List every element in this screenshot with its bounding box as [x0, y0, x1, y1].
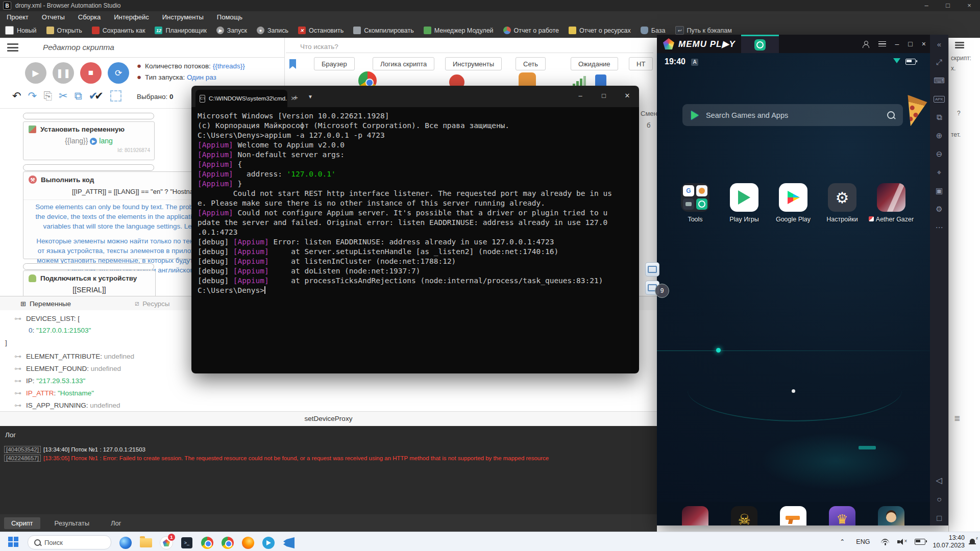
toolbar-stop-button[interactable]: ✕Остановить [298, 27, 344, 34]
redo-icon[interactable]: ↷ [28, 90, 37, 102]
shared-folder-icon[interactable]: ▣ [930, 182, 948, 200]
toolbar-open-button[interactable]: Открыть [46, 27, 82, 34]
variable-row[interactable]: 0: "127.0.0.1:21503" [29, 327, 91, 334]
new-tab-button[interactable]: + [293, 93, 298, 102]
hamburger-icon[interactable] [955, 42, 964, 48]
pause-button[interactable]: ❚❚ [53, 62, 74, 84]
tab-script[interactable]: Скрипт [4, 517, 40, 529]
taskbar-search[interactable]: Поиск [28, 535, 111, 549]
terminal-minimize-button[interactable]: – [569, 86, 592, 107]
terminal-close-button[interactable]: ✕ [616, 86, 639, 107]
run-type-setting[interactable]: ●Тип запуска: Один раз [137, 71, 245, 83]
restart-button[interactable]: ⟳ [108, 62, 129, 84]
toolbar-run-button[interactable]: ▶Запуск [216, 27, 247, 34]
terminal-titlebar[interactable]: C:\ C:\WINDOWS\system32\cmd. ✕ + ▼ – □ ✕ [191, 86, 639, 107]
copy-icon[interactable]: ⎘ [43, 90, 52, 102]
variable-row[interactable]: ⊶DEVICES_LIST: [ [14, 314, 80, 322]
dock-brawl-stars[interactable]: ☠ Brawl Stars [720, 506, 769, 525]
variable-row[interactable]: ⊶ELEMENT_FOUND: undefined [14, 364, 121, 372]
location-icon[interactable]: ⌖ [930, 163, 948, 182]
multi-instance-icon[interactable]: ⧉ [930, 108, 948, 127]
set-device-proxy-bar[interactable]: setDeviceProxy [0, 411, 657, 427]
list-icon[interactable]: ≣ [954, 414, 980, 423]
keyboard-icon[interactable]: ⌨ [930, 71, 948, 90]
home-button[interactable]: ○ [937, 490, 942, 509]
tab-log[interactable]: Лог [104, 517, 129, 529]
thread-connector[interactable] [23, 263, 154, 270]
floating-widget-icon[interactable] [645, 262, 659, 277]
android-screen[interactable]: 19:40 A Search Games and Apps G Tools [657, 53, 930, 525]
terminal-maximize-button[interactable]: □ [592, 86, 616, 107]
terminal-output[interactable]: Microsoft Windows [Version 10.0.22621.19… [191, 107, 639, 373]
install-apk-icon[interactable]: APK [930, 90, 948, 108]
bas-close-button[interactable]: × [959, 0, 980, 11]
toolbar-new-button[interactable]: Новый [5, 26, 37, 35]
memu-instance-tab[interactable] [741, 35, 779, 53]
menu-build[interactable]: Сборка [71, 11, 108, 23]
taskbar-chrome-icon-2[interactable] [220, 536, 235, 550]
tab-browser[interactable]: Браузер [314, 57, 355, 70]
hamburger-icon[interactable] [7, 43, 18, 52]
menu-project[interactable]: Проект [0, 11, 35, 23]
focus-assist-bell-icon[interactable]: z [969, 538, 976, 545]
tab-tools[interactable]: Инструменты [445, 57, 502, 70]
menu-tools[interactable]: Инструменты [156, 11, 210, 23]
bookmark-icon[interactable] [289, 59, 296, 69]
volume-down-icon[interactable]: ⊖ [930, 145, 948, 163]
more-icon[interactable]: ⋯ [930, 218, 948, 237]
memu-close-button[interactable]: × [922, 40, 926, 48]
menu-help[interactable]: Помощь [210, 11, 249, 23]
toolbar-work-report-button[interactable]: Отчет о работе [503, 27, 559, 34]
variable-row[interactable]: ⊶ELEMENT_ATTRIBUTE: undefined [14, 352, 134, 360]
taskbar-explorer-icon[interactable] [139, 536, 153, 550]
block-set-variable[interactable]: Установить переменную {{lang}}▶lang Id: … [23, 121, 155, 160]
variable-row[interactable]: ⊶IP_ATTR: "Hostname" [14, 389, 94, 397]
taskbar-telegram-icon[interactable] [261, 536, 276, 550]
menu-icon[interactable] [878, 41, 886, 47]
taskbar-vscode-icon[interactable] [282, 536, 296, 550]
threads-setting[interactable]: ●Количество потоков: {{threads}} [137, 60, 245, 71]
cut-icon[interactable]: ✂ [59, 90, 68, 102]
recents-button[interactable]: □ [937, 509, 942, 528]
settings-icon[interactable]: ⚙ [930, 200, 948, 218]
dock-shoot-the-box[interactable]: Shoot the Box:... [769, 506, 818, 525]
memu-minimize-button[interactable]: – [895, 40, 899, 48]
toolbar-backup-button[interactable]: ↩Путь к бэкапам [675, 26, 732, 35]
bas-minimize-button[interactable]: – [916, 0, 937, 11]
selection-box-icon[interactable] [110, 90, 121, 102]
search-input[interactable]: Что искать? [300, 43, 338, 51]
start-button[interactable] [8, 537, 18, 547]
language-indicator[interactable]: ENG [856, 538, 870, 545]
thread-connector[interactable] [23, 113, 154, 119]
taskbar-firefox-icon[interactable] [241, 536, 255, 550]
toolbar-record-button[interactable]: ●Запись [257, 27, 288, 34]
tab-dropdown-icon[interactable]: ▼ [308, 94, 313, 99]
block-connect-device[interactable]: Подключиться к устройству [[SERIAL]] [23, 270, 156, 299]
app-aether-gazer[interactable]: Aether Gazer [867, 183, 916, 223]
dock-aether-gazer[interactable]: Aether Gazer [671, 506, 720, 525]
app-play-games[interactable]: Play Игры [720, 183, 769, 223]
app-google-play[interactable]: Google Play [769, 183, 818, 223]
select-all-icon[interactable]: ✔✔ [89, 90, 104, 102]
toolbar-scheduler-button[interactable]: 12Планировщик [155, 27, 206, 34]
taskbar-browser-icon[interactable] [118, 536, 133, 550]
volume-up-icon[interactable]: ⊕ [930, 127, 948, 145]
app-settings[interactable]: ⚙ Настройки [818, 183, 867, 223]
bas-maximize-button[interactable]: □ [937, 0, 959, 11]
paste-icon[interactable]: ⧉ [75, 90, 82, 102]
collapse-sidebar-icon[interactable]: « [930, 35, 948, 53]
taskbar-terminal-icon[interactable]: >_ [180, 536, 194, 550]
variable-row[interactable]: ⊶IS_APP_RUNNING: undefined [14, 401, 120, 409]
toolbar-resource-report-button[interactable]: Отчет о ресурсах [569, 27, 631, 34]
variable-row[interactable]: ⊶IP: "217.29.53.133" [14, 377, 85, 385]
volume-muted-icon[interactable]: × [897, 539, 906, 545]
dock-junes-journey[interactable]: June's Journey... [867, 506, 916, 525]
stop-button[interactable]: ■ [80, 62, 102, 84]
back-button[interactable]: ◁ [936, 471, 942, 490]
tab-resources[interactable]: ⧄Ресурсы [135, 299, 170, 308]
tab-variables[interactable]: ⊞Переменные [20, 300, 71, 308]
wifi-icon[interactable] [881, 539, 889, 545]
memu-maximize-button[interactable]: □ [908, 40, 912, 48]
toolbar-compile-button[interactable]: Скомпилировать [353, 27, 414, 34]
tab-waiting[interactable]: Ожидание [571, 57, 618, 70]
